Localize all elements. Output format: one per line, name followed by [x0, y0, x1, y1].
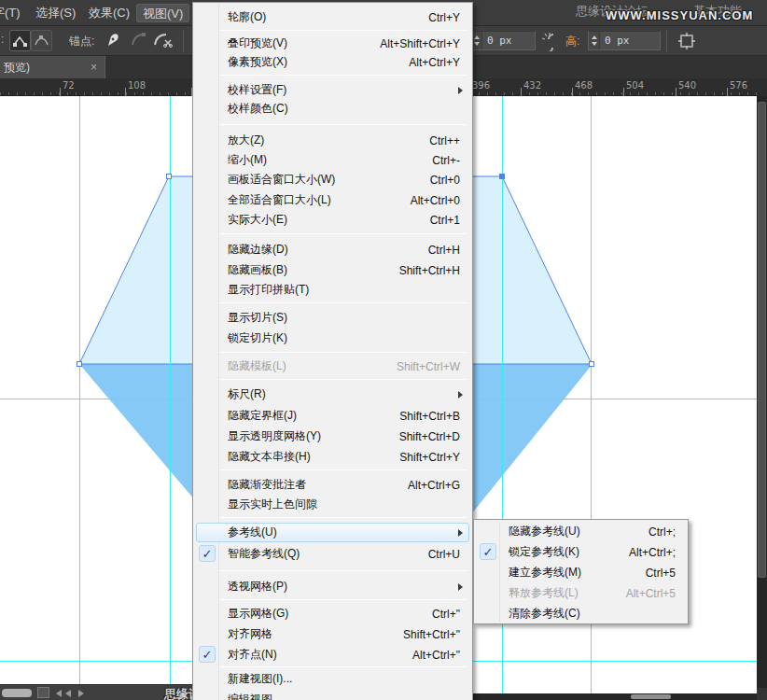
unlink-dimensions-button[interactable] [541, 31, 560, 54]
check-icon: ✓ [480, 543, 496, 560]
next-artboard-icon[interactable] [78, 690, 84, 697]
anchor-label: 锚点: [69, 34, 94, 49]
menu-item-make-guides[interactable]: 建立参考线(M)Ctrl+5 [477, 563, 685, 582]
menu-item-show-live-paint-gaps[interactable]: 显示实时上色间隙 [196, 495, 469, 514]
view-menu: 轮廓(O)Ctrl+Y 叠印预览(V)Alt+Shift+Ctrl+Y 像素预览… [192, 2, 473, 700]
menu-item-show-transparency-grid[interactable]: 显示透明度网格(Y)Shift+Ctrl+D [196, 427, 469, 446]
anchor-point[interactable] [590, 362, 594, 367]
width-stepper[interactable]: 0 px [470, 31, 536, 50]
menu-item-pixel-preview[interactable]: 像素预览(X)Alt+Ctrl+Y [196, 52, 469, 72]
menu-item-hide-edges[interactable]: 隐藏边缘(D)Ctrl+H [196, 240, 469, 259]
vertical-scrollbar-thumb[interactable] [758, 102, 766, 578]
check-icon: ✓ [199, 646, 216, 663]
menu-item-show-print-tiling[interactable]: 显示打印拼贴(T) [196, 280, 469, 300]
menu-separator [219, 379, 467, 380]
corner-point-icon [12, 33, 28, 49]
menu-item-show-grid[interactable]: 显示网格(G)Ctrl+" [196, 604, 469, 623]
menu-item-zoom-out[interactable]: 缩小(M)Ctrl+- [196, 150, 469, 170]
menubar-item-select[interactable]: 选择(S) [30, 4, 81, 22]
menu-item-fit-all[interactable]: 全部适合窗口大小(L)Alt+Ctrl+0 [196, 190, 469, 210]
vertical-scrollbar[interactable] [757, 96, 767, 700]
document-tab[interactable]: 预览) × [0, 56, 105, 78]
height-label[interactable]: 高: [565, 34, 579, 49]
menubar-item-view[interactable]: 视图(V) [136, 4, 189, 22]
curve-icon [131, 31, 147, 49]
scrollbar-corner [757, 688, 767, 700]
curve-scissors-icon [153, 31, 174, 49]
menu-item-smart-guides[interactable]: ✓智能参考线(Q)Ctrl+U [196, 544, 469, 564]
menubar-item-effect[interactable]: 效果(C) [83, 4, 135, 22]
menubar-item-type[interactable]: 字(T) [0, 4, 26, 22]
menu-item-proof-setup[interactable]: 校样设置(F) [196, 80, 469, 100]
menu-item-lock-slices[interactable]: 锁定切片(K) [196, 329, 469, 348]
zoom-control[interactable] [2, 689, 32, 697]
close-tab-icon[interactable]: × [91, 56, 97, 78]
menu-item-new-view[interactable]: 新建视图(I)... [196, 669, 469, 689]
submenu-arrow-icon [458, 583, 463, 591]
menu-item-overprint-preview[interactable]: 叠印预览(V)Alt+Shift+Ctrl+Y [196, 34, 469, 53]
menu-item-fit-artboard[interactable]: 画板适合窗口大小(W)Ctrl+0 [196, 170, 469, 189]
menu-item-show-slices[interactable]: 显示切片(S) [196, 308, 469, 328]
smooth-point-icon [34, 33, 49, 49]
clipped-label: : [1, 33, 4, 46]
menu-item-rulers[interactable]: 标尺(R) [196, 385, 469, 404]
height-value[interactable]: 0 px [600, 35, 630, 47]
pen-tool-button[interactable] [105, 31, 123, 52]
menu-item-release-guides: 释放参考线(L)Alt+Ctrl+5 [477, 583, 685, 603]
menu-item-hide-text-threads[interactable]: 隐藏文本串接(H)Shift+Ctrl+Y [196, 447, 469, 467]
menu-item-lock-guides[interactable]: ✓锁定参考线(K)Alt+Ctrl+; [477, 542, 685, 562]
menu-item-zoom-in[interactable]: 放大(Z)Ctrl++ [196, 131, 469, 150]
anchor-point-selected[interactable] [500, 175, 505, 179]
width-value[interactable]: 0 px [482, 35, 512, 47]
submenu-arrow-icon [458, 87, 463, 94]
toolbar-divider [183, 30, 184, 52]
menu-item-actual-size[interactable]: 实际大小(E)Ctrl+1 [196, 210, 469, 230]
menu-item-proof-colors[interactable]: 校样颜色(C) [196, 99, 469, 119]
menu-item-guides[interactable]: 参考线(U) [196, 523, 469, 542]
convert-smooth-button[interactable] [31, 30, 52, 51]
menu-item-hide-guides[interactable]: 隐藏参考线(U)Ctrl+; [477, 522, 685, 541]
status-button[interactable] [37, 687, 49, 698]
horizontal-scrollbar-thumb[interactable] [631, 694, 671, 699]
anchor-point[interactable] [77, 362, 82, 367]
menu-item-outline[interactable]: 轮廓(O)Ctrl+Y [196, 7, 469, 27]
menu-item-hide-template: 隐藏模板(L)Shift+Ctrl+W [196, 357, 469, 376]
cut-path-button[interactable] [153, 31, 174, 52]
artboard-move-icon [676, 31, 698, 51]
document-tab-title: 预览) [4, 61, 30, 74]
first-artboard-icon[interactable] [56, 690, 62, 697]
menu-item-clear-guides[interactable]: 清除参考线(C) [477, 604, 685, 623]
menu-item-edit-views[interactable]: 编辑视图 [196, 690, 469, 700]
guides-submenu: 隐藏参考线(U)Ctrl+; ✓锁定参考线(K)Alt+Ctrl+; 建立参考线… [473, 519, 689, 624]
menu-item-snap-to-point[interactable]: ✓对齐点(N)Alt+Ctrl+" [196, 645, 469, 665]
menu-separator [219, 302, 467, 303]
anchor-point[interactable] [167, 175, 172, 179]
move-artboard-button[interactable] [676, 31, 698, 54]
menu-separator [219, 233, 467, 234]
illustrator-window: 字(T) 选择(S) 效果(C) 视图(V) 思缘设计论坛 基本功能 www.m… [0, 0, 767, 700]
menu-item-hide-gradient-annotator[interactable]: 隐藏渐变批注者Alt+Ctrl+G [196, 475, 469, 495]
menu-separator [219, 599, 467, 600]
height-stepper[interactable]: 0 px [588, 31, 661, 50]
menu-separator [219, 469, 467, 470]
menu-item-perspective-grid[interactable]: 透视网格(P) [196, 577, 469, 596]
menu-item-hide-artboards[interactable]: 隐藏画板(B)Shift+Ctrl+H [196, 260, 469, 280]
curve-tool-button[interactable] [131, 31, 147, 52]
menu-separator [219, 75, 467, 76]
submenu-arrow-icon [458, 391, 463, 399]
prev-artboard-icon[interactable] [65, 690, 71, 697]
toolbar-divider [666, 30, 667, 52]
menu-separator [219, 30, 467, 31]
check-icon: ✓ [199, 545, 216, 562]
menu-separator [219, 352, 467, 353]
stepper-arrows-icon[interactable] [589, 32, 600, 49]
menu-separator [219, 570, 467, 571]
convert-corner-button[interactable] [9, 30, 31, 51]
menu-separator [219, 517, 467, 518]
submenu-arrow-icon [458, 529, 463, 537]
status-bar: 思缘设计论坛 [0, 684, 194, 700]
menu-item-hide-bounding-box[interactable]: 隐藏定界框(J)Shift+Ctrl+B [196, 406, 469, 426]
menu-item-snap-to-grid[interactable]: 对齐网格Shift+Ctrl+" [196, 624, 469, 644]
ruler-corner [758, 78, 767, 96]
pen-nib-icon [105, 31, 123, 49]
